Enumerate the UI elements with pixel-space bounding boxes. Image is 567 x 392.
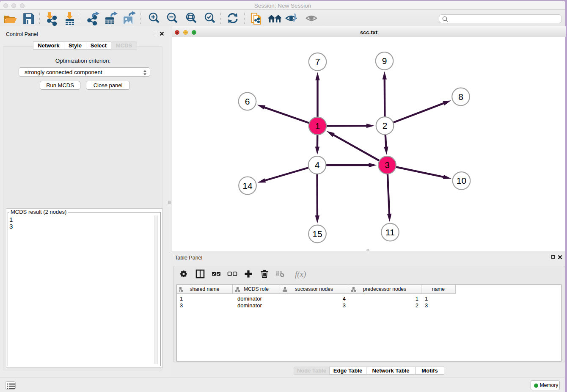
svg-text:15: 15 [312, 229, 322, 238]
svg-text:14: 14 [242, 180, 253, 190]
svg-text:7: 7 [315, 57, 320, 66]
svg-text:11: 11 [385, 227, 395, 237]
svg-text:2: 2 [383, 121, 388, 130]
svg-text:f(x): f(x) [295, 270, 306, 279]
svg-text:4: 4 [315, 160, 320, 170]
svg-text:1: 1 [315, 121, 320, 130]
svg-text:3: 3 [385, 160, 390, 170]
svg-text:10: 10 [457, 176, 466, 185]
svg-text:9: 9 [382, 56, 387, 66]
svg-text:6: 6 [245, 96, 250, 106]
svg-text:8: 8 [458, 91, 463, 101]
